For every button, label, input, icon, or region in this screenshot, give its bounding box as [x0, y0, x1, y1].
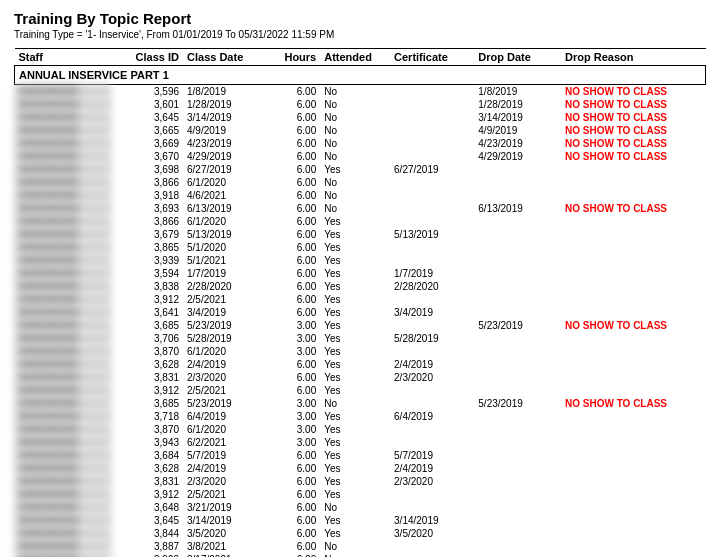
attended: Yes: [320, 332, 390, 345]
class-id: 3,844: [111, 527, 183, 540]
attended: No: [320, 98, 390, 111]
class-date: 6/2/2021: [183, 436, 270, 449]
drop-date: 4/29/2019: [474, 150, 561, 163]
staff-cell: XXXXXXXXX: [15, 553, 111, 557]
table-row: XXXXXXXXX3,6694/23/20196.00No4/23/2019NO…: [15, 137, 706, 150]
class-id: 3,912: [111, 293, 183, 306]
class-id: 3,685: [111, 397, 183, 410]
attended: Yes: [320, 462, 390, 475]
attended: Yes: [320, 527, 390, 540]
col-header-dropreason: Drop Reason: [561, 49, 706, 66]
class-date: 5/7/2019: [183, 449, 270, 462]
col-header-certificate: Certificate: [390, 49, 474, 66]
hours: 6.00: [270, 293, 321, 306]
class-date: 1/8/2019: [183, 85, 270, 99]
certificate: [390, 241, 474, 254]
staff-cell: XXXXXXXXX: [15, 254, 111, 267]
class-id: 3,887: [111, 540, 183, 553]
class-id: 3,866: [111, 176, 183, 189]
class-id: 3,939: [111, 254, 183, 267]
drop-date: [474, 189, 561, 202]
class-date: 5/1/2020: [183, 241, 270, 254]
drop-reason: [561, 189, 706, 202]
attended: No: [320, 397, 390, 410]
certificate: [390, 553, 474, 557]
drop-reason: [561, 306, 706, 319]
table-row: XXXXXXXXX3,8706/1/20203.00Yes: [15, 423, 706, 436]
attended: Yes: [320, 449, 390, 462]
class-date: 2/4/2019: [183, 358, 270, 371]
certificate: [390, 111, 474, 124]
certificate: 5/7/2019: [390, 449, 474, 462]
drop-date: [474, 345, 561, 358]
certificate: [390, 189, 474, 202]
class-date: 4/29/2019: [183, 150, 270, 163]
class-date: 6/1/2020: [183, 215, 270, 228]
drop-reason: [561, 371, 706, 384]
staff-cell: XXXXXXXXX: [15, 85, 111, 99]
attended: Yes: [320, 371, 390, 384]
certificate: 6/27/2019: [390, 163, 474, 176]
attended: Yes: [320, 163, 390, 176]
attended: Yes: [320, 384, 390, 397]
drop-reason: NO SHOW TO CLASS: [561, 85, 706, 99]
drop-date: [474, 540, 561, 553]
drop-date: 1/8/2019: [474, 85, 561, 99]
staff-cell: XXXXXXXXX: [15, 345, 111, 358]
drop-date: 4/9/2019: [474, 124, 561, 137]
attended: Yes: [320, 475, 390, 488]
drop-date: 5/23/2019: [474, 319, 561, 332]
class-date: 5/23/2019: [183, 397, 270, 410]
table-row: XXXXXXXXX3,8666/1/20206.00No: [15, 176, 706, 189]
hours: 6.00: [270, 98, 321, 111]
class-id: 3,670: [111, 150, 183, 163]
class-date: 2/3/2020: [183, 475, 270, 488]
class-id: 3,706: [111, 332, 183, 345]
attended: No: [320, 189, 390, 202]
staff-cell: XXXXXXXXX: [15, 189, 111, 202]
col-header-hours: Hours: [270, 49, 321, 66]
staff-cell: XXXXXXXXX: [15, 462, 111, 475]
staff-cell: XXXXXXXXX: [15, 228, 111, 241]
drop-reason: [561, 423, 706, 436]
staff-cell: XXXXXXXXX: [15, 293, 111, 306]
table-row: XXXXXXXXX3,7065/28/20193.00Yes5/28/2019: [15, 332, 706, 345]
class-date: 3/4/2019: [183, 306, 270, 319]
attended: No: [320, 150, 390, 163]
drop-reason: [561, 462, 706, 475]
drop-reason: [561, 267, 706, 280]
staff-cell: XXXXXXXXX: [15, 540, 111, 553]
class-date: 3/14/2019: [183, 514, 270, 527]
certificate: 3/4/2019: [390, 306, 474, 319]
staff-cell: XXXXXXXXX: [15, 514, 111, 527]
report-subtitle: Training Type = '1- Inservice', From 01/…: [14, 29, 706, 40]
attended: Yes: [320, 436, 390, 449]
class-date: 1/28/2019: [183, 98, 270, 111]
class-id: 3,865: [111, 241, 183, 254]
class-date: 6/1/2020: [183, 423, 270, 436]
hours: 6.00: [270, 241, 321, 254]
certificate: [390, 345, 474, 358]
drop-reason: [561, 332, 706, 345]
drop-reason: [561, 436, 706, 449]
class-id: 3,685: [111, 319, 183, 332]
class-id: 3,669: [111, 137, 183, 150]
class-id: 3,679: [111, 228, 183, 241]
table-row: XXXXXXXXX3,6654/9/20196.00No4/9/2019NO S…: [15, 124, 706, 137]
class-id: 3,909: [111, 553, 183, 557]
table-row: XXXXXXXXX3,6483/21/20196.00No: [15, 501, 706, 514]
table-row: XXXXXXXXX3,7186/4/20193.00Yes6/4/2019: [15, 410, 706, 423]
staff-cell: XXXXXXXXX: [15, 137, 111, 150]
table-row: XXXXXXXXX3,8706/1/20203.00Yes: [15, 345, 706, 358]
class-date: 5/23/2019: [183, 319, 270, 332]
drop-reason: NO SHOW TO CLASS: [561, 202, 706, 215]
table-row: XXXXXXXXX3,8312/3/20206.00Yes2/3/2020: [15, 371, 706, 384]
class-id: 3,831: [111, 475, 183, 488]
drop-reason: [561, 280, 706, 293]
drop-reason: NO SHOW TO CLASS: [561, 397, 706, 410]
class-date: 6/27/2019: [183, 163, 270, 176]
certificate: 2/4/2019: [390, 358, 474, 371]
table-row: XXXXXXXXX3,6855/23/20193.00Yes5/23/2019N…: [15, 319, 706, 332]
staff-cell: XXXXXXXXX: [15, 111, 111, 124]
class-id: 3,645: [111, 111, 183, 124]
